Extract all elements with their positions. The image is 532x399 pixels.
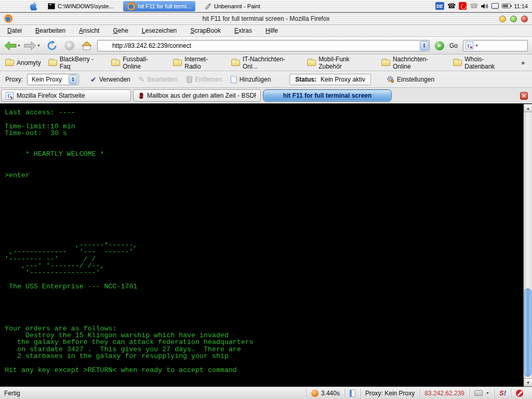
proxy-select[interactable]: Kein Proxy ▲▼ <box>27 74 79 85</box>
vertical-scrollbar[interactable]: ▲ ▼ <box>523 104 532 387</box>
back-dropdown-icon[interactable]: ▼ <box>17 44 21 47</box>
reload-button[interactable] <box>47 41 57 51</box>
bookmark-folder-blackberry-faq[interactable]: BlackBerry -Faq <box>48 56 104 70</box>
proxy-hinzufuegen-button[interactable]: Hinzufügen <box>229 76 273 83</box>
tab-mailbox-bsdf[interactable]: Mailbox aus der guten alten Zeit - BSDF.… <box>133 89 261 102</box>
url-bar[interactable]: ▲▼ <box>97 40 430 51</box>
search-bar[interactable]: G ▼ <box>463 40 528 51</box>
go-label[interactable]: Go <box>449 42 458 49</box>
tab-firefox-startseite[interactable]: G Mozilla Firefox Startseite <box>1 89 131 102</box>
forward-dropdown-icon[interactable]: ▼ <box>37 44 41 47</box>
proxy-bearbeiten-button[interactable]: ✎ Bearbeiten <box>137 75 180 84</box>
folder-icon <box>48 60 57 66</box>
google-search-icon[interactable]: G <box>466 42 473 49</box>
folder-icon <box>173 60 182 66</box>
folder-icon <box>111 60 120 66</box>
folder-icon <box>453 60 462 66</box>
tab-terminal-active[interactable]: hit F11 for full terminal screen <box>263 89 392 102</box>
document-icon <box>350 390 355 397</box>
language-indicator[interactable]: DE <box>435 2 444 10</box>
folder-icon <box>231 60 240 66</box>
folder-icon <box>307 60 316 66</box>
proxy-status[interactable]: Proxy: Kein Proxy <box>360 389 419 397</box>
menu-gehe[interactable]: Gehe <box>113 27 128 34</box>
proxy-label: Proxy: <box>5 76 23 83</box>
proxy-einstellungen-button[interactable]: Einstellungen <box>384 75 436 83</box>
ip-text: 83.242.62.239 <box>424 390 464 397</box>
home-button[interactable] <box>82 41 92 50</box>
go-button[interactable]: ▶ <box>435 41 444 50</box>
proxy-verwenden-button[interactable]: ✔ Verwenden <box>88 75 132 84</box>
bookmark-folder-internet-radio[interactable]: Internet-Radio <box>173 56 224 70</box>
menu-scrapbook[interactable]: ScrapBook <box>190 27 221 34</box>
taskbar-item-cmd[interactable]: C:\WINDOWS\syste... <box>44 1 118 11</box>
minimize-button[interactable] <box>499 16 506 22</box>
bookmark-folder-anomyty[interactable]: Anomyty <box>5 59 41 66</box>
bookmarks-overflow-chevron[interactable]: » <box>521 59 527 66</box>
scrapbook-indicator[interactable]: S! <box>494 389 511 397</box>
scroll-down-icon[interactable]: ▼ <box>524 378 532 387</box>
phone-icon[interactable]: ☎ <box>447 2 456 10</box>
battery-icon[interactable] <box>502 4 511 8</box>
menu-bearbeiten[interactable]: Bearbeiten <box>35 27 65 34</box>
new-page-icon <box>231 76 237 83</box>
system-tray: DE ☎ ☎ 11:14 <box>435 2 532 10</box>
block-icon <box>516 390 523 397</box>
tab-close-icon[interactable]: ✕ <box>520 92 528 100</box>
adblock-indicator[interactable] <box>511 389 528 397</box>
menu-lesezeichen[interactable]: Lesezeichen <box>142 27 177 34</box>
proxy-entfernen-button[interactable]: Entfernen <box>184 76 224 83</box>
taskbar-item-label: hit F11 for full termi... <box>138 3 192 9</box>
bookmark-folder-fussball-online[interactable]: Fussball-Online <box>111 56 166 70</box>
menu-hilfe[interactable]: Hilfe <box>265 27 278 34</box>
scroll-up-icon[interactable]: ▲ <box>524 104 532 112</box>
proxy-select-stepper-icon[interactable]: ▲▼ <box>69 75 77 84</box>
server-ip[interactable]: 83.242.62.239 <box>419 389 469 397</box>
bookmark-label: IT-Nachrichten-Onl... <box>243 56 300 70</box>
tab-label: Mailbox aus der guten alten Zeit - BSDF.… <box>147 92 256 99</box>
scrollbar-thumb[interactable] <box>524 288 531 377</box>
gear-icon <box>387 75 394 83</box>
fox-timer-icon[interactable] <box>311 390 318 397</box>
trash-icon <box>186 76 193 83</box>
bookmark-label: Anomyty <box>17 59 41 66</box>
volume-icon[interactable] <box>481 3 488 9</box>
tab-label: hit F11 for full terminal screen <box>283 92 372 99</box>
stop-button[interactable]: ✕ <box>64 41 74 50</box>
display-icon[interactable] <box>491 3 499 9</box>
menu-extras[interactable]: Extras <box>234 27 252 34</box>
menu-datei[interactable]: Datei <box>7 27 22 34</box>
hinzufuegen-label: Hinzufügen <box>240 76 271 83</box>
window-titlebar[interactable]: hit F11 for full terminal screen - Mozil… <box>0 12 532 25</box>
flag-indicator[interactable]: ▼ <box>469 389 494 397</box>
bookmark-folder-whois[interactable]: Whois-Datenbank <box>453 56 514 70</box>
bookmark-label: Internet-Radio <box>184 56 224 70</box>
folder-icon <box>5 60 14 66</box>
status-bar: Fertig 3.440s Proxy: Kein Proxy 83.242.6… <box>0 387 532 399</box>
bookmark-folder-it-nachrichten[interactable]: IT-Nachrichten-Onl... <box>231 56 300 70</box>
close-button[interactable] <box>521 16 528 22</box>
firefox-icon <box>127 2 136 10</box>
bookmark-folder-mobil-funk[interactable]: Mobil-Funk Zubehör <box>307 56 374 70</box>
menu-ansicht[interactable]: Ansicht <box>79 27 99 34</box>
forward-button[interactable]: ▼ <box>24 41 41 50</box>
taskbar-item-firefox[interactable]: hit F11 for full termi... <box>123 1 196 11</box>
einstellungen-label: Einstellungen <box>397 76 434 83</box>
url-history-dropdown[interactable]: ▲▼ <box>420 41 429 50</box>
phone-inactive-icon[interactable]: ☎ <box>470 2 478 10</box>
maximize-button[interactable] <box>510 16 517 22</box>
doc-indicator[interactable] <box>344 389 360 397</box>
page-content-terminal[interactable]: Last access: ---- Time-limit:10 min Time… <box>0 104 532 387</box>
vodafone-icon[interactable] <box>459 2 467 10</box>
back-button[interactable]: ▼ <box>4 41 21 50</box>
taskbar-item-paint[interactable]: Unbenannt - Paint <box>201 1 264 11</box>
search-engine-dropdown-icon[interactable]: ▼ <box>475 44 478 47</box>
clock[interactable]: 11:14 <box>514 3 528 9</box>
bookmark-folder-nachrichten-online[interactable]: Nachrichten-Online <box>381 56 446 70</box>
apple-menu-icon[interactable] <box>29 2 37 11</box>
check-icon: ✔ <box>90 75 97 84</box>
flag-icon <box>474 390 483 396</box>
flag-dropdown-icon[interactable]: ▼ <box>486 391 489 395</box>
url-input[interactable] <box>98 41 420 50</box>
s-logo-icon: S! <box>499 389 506 397</box>
